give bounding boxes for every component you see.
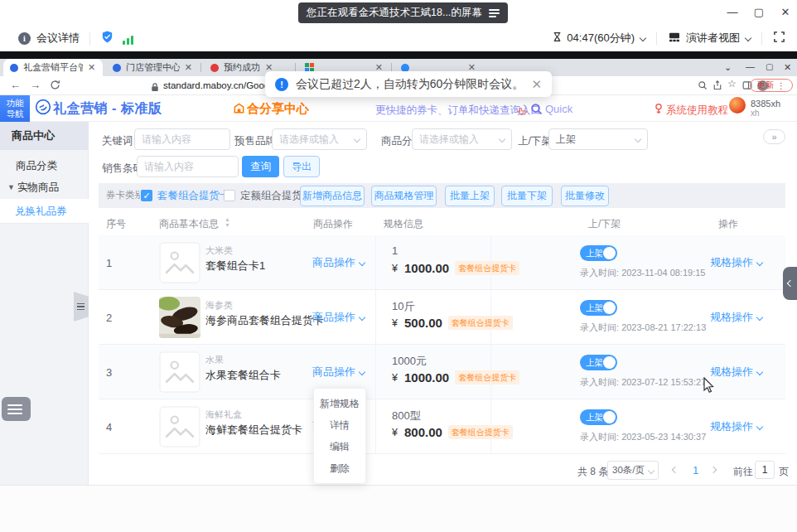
reload-icon[interactable] [50,80,60,93]
entry-time: 2023-05-23 14:30:37 [621,432,706,442]
right-drawer-handle[interactable] [783,267,797,300]
bookmark-star-icon[interactable]: ☆ [727,78,737,89]
row-no: 4 [106,421,112,433]
category-placeholder: 请选择或输入 [419,133,479,147]
browser-tab-1[interactable]: 礼盒营销平台管理中心 ✕ [3,59,103,76]
user-avatar[interactable] [729,97,746,114]
chevron-down-icon [499,136,505,143]
timer-dropdown-icon[interactable] [640,35,646,41]
share-center-link[interactable]: 合分享中心 [247,101,309,117]
meeting-info-icon[interactable]: i [18,32,31,45]
keyword-input[interactable]: 请输入内容 [134,128,230,150]
spec-op-dropdown[interactable]: 规格操作 [710,365,762,380]
add-product-button[interactable]: 新增商品信息 [300,186,365,206]
batch-off-shelf-button[interactable]: 批量下架 [501,186,553,206]
goto-page-input[interactable]: 1 [755,461,775,479]
browser-tab-2[interactable]: 门店管理中心 ✕ [106,59,199,76]
security-shield-icon[interactable] [100,30,114,46]
spec-op-dropdown[interactable]: 规格操作 [710,310,762,325]
browser-restore-icon[interactable]: ▢ [766,62,773,71]
current-page[interactable]: 1 [693,464,698,476]
spec-op-dropdown[interactable]: 规格操作 [710,419,762,434]
quick-link[interactable]: Quick [545,103,572,115]
banner-menu-icon[interactable] [489,7,500,19]
checkbox-fixed-card-unchecked[interactable] [224,190,235,201]
batch-on-shelf-button[interactable]: 批量上架 [445,186,495,206]
shelf-toggle-on[interactable]: 上架 [580,355,617,370]
browser-minimize-icon[interactable]: — [746,61,755,71]
goto-label: 前往 [733,465,753,479]
share-icon[interactable] [712,80,722,93]
meeting-details-label[interactable]: 会议详情 [36,31,80,46]
search-button[interactable]: 查询 [242,156,279,177]
meeting-list-float-button[interactable] [2,397,31,421]
back-icon[interactable]: ← [10,79,21,91]
entry-time: 2023-07-12 15:53:27 [621,377,706,387]
kebab-menu-icon[interactable]: ⋮ [777,81,785,90]
pointing-hand-icon [516,104,528,119]
product-category: 水果 [205,354,224,366]
export-button[interactable]: 导出 [283,156,320,177]
sidebar-item-gift-coupon[interactable]: 兑换礼品券 [0,199,89,224]
close-button[interactable]: ✕ [779,6,792,19]
prev-page-button[interactable] [672,467,679,473]
batch-edit-button[interactable]: 批量修改 [561,186,609,206]
spec-op-dropdown[interactable]: 规格操作 [710,255,762,270]
currency: ¥ [392,372,398,384]
zoom-icon[interactable] [698,80,708,93]
checkbox-combo-card-checked[interactable]: ✓ [141,190,152,201]
col-header-info[interactable]: 商品基本信息 [159,217,219,231]
table-row: 4 海鲜礼盒 海鲜套餐组合提货卡 商品操作 800型 ¥800.00套餐组合提货… [99,399,785,454]
quick-search-icon[interactable] [530,103,543,118]
spec-op-label: 规格操作 [710,255,753,270]
spec-manage-button[interactable]: 商品规格管理 [371,186,437,206]
function-nav-toggle[interactable]: 功能 导航 [0,95,30,122]
product-op-dropdown-open[interactable]: 商品操作 [312,365,365,380]
fullscreen-icon[interactable] [773,31,785,46]
sidebar-item-physical[interactable]: 实物商品 [17,181,59,195]
sidebar-collapse-handle[interactable] [74,292,89,322]
filters-collapse-button[interactable]: » [763,129,785,144]
menu-item-delete[interactable]: 删除 [314,457,365,479]
tab-search-icon[interactable]: ⌄ [724,62,732,73]
menu-item-details[interactable]: 详情 [314,414,365,436]
combo-card-checkbox-label[interactable]: 套餐组合提货卡 [157,189,230,203]
forward-icon[interactable]: → [30,79,41,91]
barcode-input[interactable]: 请输入内容 [137,156,239,177]
product-image-placeholder [159,406,200,447]
shelf-select[interactable]: 上架 [548,128,648,150]
sidebar-item-category[interactable]: 商品分类 [16,159,57,173]
price: 500.00 [404,316,442,330]
ssl-lock-icon[interactable] [151,80,159,95]
card-type-label: 券卡类别 [106,189,144,201]
chevron-down-icon [359,369,365,375]
shelf-toggle-on[interactable]: 上架 [580,245,617,261]
tab-close-icon[interactable]: ✕ [185,62,192,73]
sort-icon[interactable]: ▲▼ [225,216,230,228]
system-tutorial-link[interactable]: 系统使用教程 [666,104,728,118]
view-mode-label[interactable]: 演讲者视图 [686,31,740,46]
product-name: 水果套餐组合卡 [205,368,281,383]
brand-select[interactable]: 请选择或输入 [272,128,367,150]
product-op-label: 商品操作 [312,365,355,380]
chrome-update-button[interactable]: 更新 ⋮ [750,79,793,92]
col-header-spec: 规格信息 [384,217,423,231]
product-category: 大米类 [205,244,233,257]
maximize-button[interactable]: ▢ [752,6,766,19]
next-page-button[interactable] [710,467,717,473]
tab-close-icon[interactable]: ✕ [88,62,95,73]
view-dropdown-icon[interactable] [745,35,751,41]
category-select[interactable]: 请选择或输入 [412,128,512,150]
minimize-button[interactable]: — [726,6,739,19]
menu-item-add-spec[interactable]: 新增规格 [314,393,365,414]
info-icon: ! [275,78,288,91]
menu-item-edit[interactable]: 编辑 [314,436,365,457]
shelf-toggle-on[interactable]: 上架 [580,409,617,425]
page-size-select[interactable]: 30条/页 [607,461,659,480]
product-op-dropdown[interactable]: 商品操作 [312,255,365,270]
browser-close-icon[interactable]: ✕ [784,62,791,73]
spec-value: 1 [392,244,398,257]
product-op-dropdown[interactable]: 商品操作 [312,310,365,325]
shelf-toggle-on[interactable]: 上架 [580,300,617,316]
notice-close-icon[interactable]: ✕ [531,77,542,92]
